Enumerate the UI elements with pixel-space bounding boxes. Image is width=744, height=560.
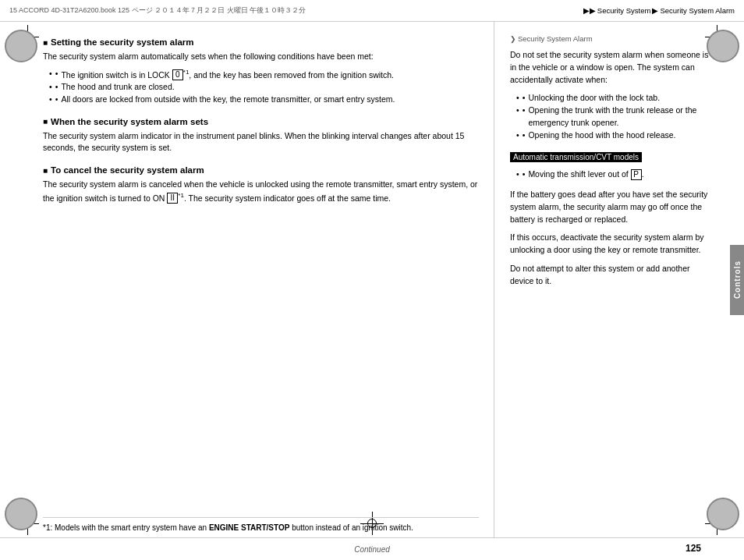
- right-label: Security System Alarm: [510, 34, 709, 43]
- right-bullet-item: • Opening the hood with the hood release…: [516, 129, 709, 142]
- bullet-item: • The hood and trunk are closed.: [49, 81, 478, 94]
- lock-box: 0: [172, 69, 183, 80]
- on-box: II: [167, 193, 178, 204]
- bullet-item: • The ignition switch is in LOCK 0*1, an…: [49, 68, 478, 81]
- section2-heading: When the security system alarm sets: [43, 117, 478, 126]
- section1-bullets: • The ignition switch is in LOCK 0*1, an…: [49, 68, 478, 106]
- bullet-text: All doors are locked from outside with t…: [61, 94, 395, 106]
- left-column: Setting the security system alarm The se…: [0, 22, 494, 538]
- footnote-bold: ENGINE START/STOP: [209, 523, 290, 532]
- section1: Setting the security system alarm The se…: [43, 37, 478, 106]
- section3-heading: To cancel the security system alarm: [43, 165, 478, 175]
- file-info: 15 ACCORD 4D-31T2A6200.book 125 ページ ２０１４…: [9, 5, 306, 16]
- top-header: 15 ACCORD 4D-31T2A6200.book 125 ページ ２０１４…: [0, 0, 744, 22]
- page-number: 125: [686, 543, 701, 554]
- breadcrumb-arrow1: ▶▶: [583, 6, 596, 15]
- right-column: Security System Alarm Do not set the sec…: [494, 22, 744, 538]
- right-para4: Do not attempt to alter this system or a…: [510, 263, 709, 288]
- bottom-border: [0, 537, 744, 538]
- section1-intro: The security system alarm automatically …: [43, 51, 478, 63]
- breadcrumb-section2: Security System Alarm: [660, 6, 735, 15]
- page: 15 ACCORD 4D-31T2A6200.book 125 ページ ２０１４…: [0, 0, 744, 560]
- p-box: P: [631, 169, 642, 180]
- footnote-area: *1: Models with the smart entry system h…: [43, 517, 479, 533]
- continued-text: Continued: [354, 545, 390, 554]
- right-bullets1: • Unlocking the door with the lock tab. …: [516, 92, 709, 141]
- bullet-item: • All doors are locked from outside with…: [49, 94, 478, 106]
- section2: When the security system alarm sets The …: [43, 117, 478, 155]
- sidebar-tab: Controls: [730, 245, 744, 315]
- breadcrumb: ▶▶ Security System ▶ Security System Ala…: [583, 6, 735, 15]
- highlight-bar: Automatic transmission/CVT models: [510, 152, 642, 162]
- bullet-text: The hood and trunk are closed.: [61, 81, 174, 94]
- right-para3: If this occurs, deactivate the security …: [510, 232, 709, 257]
- sidebar-tab-label: Controls: [733, 261, 742, 299]
- footnote-text: *1: Models with the smart entry system h…: [43, 523, 479, 533]
- right-bullet-item: • Opening the trunk with the trunk relea…: [516, 105, 709, 129]
- right-para1: Do not set the security system alarm whe…: [510, 49, 709, 86]
- right-para2: If the battery goes dead after you have …: [510, 189, 709, 225]
- right-bullets-auto: • Moving the shift lever out of P.: [516, 168, 709, 181]
- right-bullet-auto: • Moving the shift lever out of P.: [516, 168, 709, 181]
- breadcrumb-arrow2: ▶: [652, 6, 658, 15]
- section2-body: The security system alarm indicator in t…: [43, 130, 478, 155]
- breadcrumb-section1: Security System: [597, 6, 651, 15]
- main-content: Setting the security system alarm The se…: [0, 22, 744, 538]
- section1-heading: Setting the security system alarm: [43, 37, 478, 47]
- section3: To cancel the security system alarm The …: [43, 165, 478, 204]
- section3-body: The security system alarm is canceled wh…: [43, 179, 478, 204]
- right-bullet-item: • Unlocking the door with the lock tab.: [516, 92, 709, 105]
